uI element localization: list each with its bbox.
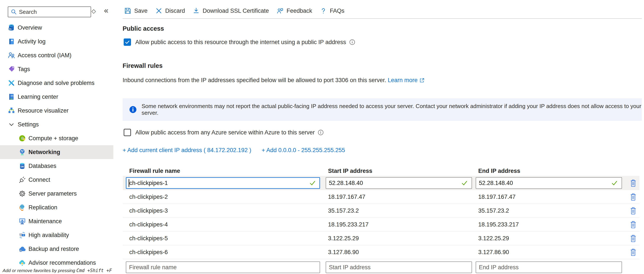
sidebar-item-replication[interactable]: Replication	[0, 200, 113, 214]
sidebar-item-diagnose-and-solve-problems[interactable]: Diagnose and solve problems	[0, 76, 113, 90]
tag-icon	[8, 66, 15, 73]
collapse-sidebar-icon[interactable]: «	[104, 6, 108, 15]
sidebar-item-compute-storage[interactable]: $Compute + storage	[0, 131, 113, 145]
firewall-rules-table: Firewall rule name Start IP address End …	[123, 166, 640, 274]
delete-rule-button[interactable]	[630, 179, 636, 187]
sidebar-item-server-parameters[interactable]: Server parameters	[0, 187, 113, 200]
valid-check-icon	[461, 180, 468, 186]
diamond-icon[interactable]: ◇	[92, 8, 96, 15]
end-ip-input[interactable]	[476, 177, 622, 189]
sidebar-search-box[interactable]	[8, 7, 91, 17]
text-caret	[129, 179, 129, 187]
sidebar-item-learning-center[interactable]: 101Learning center	[0, 90, 113, 104]
sidebar-item-resource-visualizer[interactable]: Resource visualizer	[0, 104, 113, 118]
firewall-description: Inbound connections from the IP addresse…	[122, 77, 424, 84]
start-ip-input[interactable]	[326, 177, 472, 189]
editing-rule-row	[123, 176, 640, 190]
sidebar-item-tags[interactable]: Tags	[0, 62, 113, 76]
new-rule-row	[123, 260, 640, 274]
firewall-rules-heading: Firewall rules	[122, 62, 162, 69]
trash-icon	[630, 193, 636, 201]
sidebar-item-label: Compute + storage	[28, 135, 78, 142]
command-bar: Save Discard Download SSL Certificate Fe…	[124, 2, 344, 20]
delete-rule-button[interactable]	[630, 234, 636, 242]
sidebar-item-label: Diagnose and solve problems	[18, 80, 94, 86]
public-access-checkbox[interactable]	[124, 39, 131, 46]
start-ip-cell: 3.122.25.29	[326, 235, 476, 242]
sidebar-item-label: High availability	[28, 232, 69, 238]
add-all-ips-link[interactable]: + Add 0.0.0.0 - 255.255.255.255	[262, 147, 345, 154]
svg-text:$: $	[21, 137, 23, 140]
resource-sidebar: ◇ « MyOverviewActivity logAccess control…	[0, 0, 118, 274]
info-filled-icon	[129, 106, 137, 113]
header-start-ip: Start IP address	[326, 168, 476, 174]
maintenance-icon	[18, 218, 26, 225]
question-mark-icon	[320, 7, 327, 14]
delete-rule-button[interactable]	[630, 207, 636, 215]
end-ip-cell: 3.127.86.90	[476, 249, 627, 256]
replication-globe-icon	[18, 204, 26, 211]
sidebar-item-high-availability[interactable]: High availability	[0, 228, 113, 242]
add-client-ip-link[interactable]: + Add current client IP address ( 84.172…	[122, 147, 251, 154]
sidebar-item-backup-restore[interactable]: Backup and restore	[0, 242, 113, 256]
valid-check-icon	[309, 180, 316, 186]
start-ip-cell: 35.157.23.2	[326, 207, 476, 214]
rule-name-cell: ch-clickpipes-2	[123, 194, 326, 200]
feedback-icon	[277, 7, 284, 14]
public-access-heading: Public access	[122, 25, 164, 32]
azure-services-checkbox[interactable]	[124, 129, 131, 136]
download-ssl-button[interactable]: Download SSL Certificate	[193, 7, 269, 14]
discard-button[interactable]: Discard	[156, 7, 185, 14]
new-end-ip-input[interactable]	[476, 261, 622, 273]
feedback-button[interactable]: Feedback	[277, 7, 312, 14]
save-button[interactable]: Save	[124, 7, 148, 14]
search-input[interactable]	[18, 9, 91, 16]
delete-rule-button[interactable]	[630, 221, 636, 229]
firewall-rule-row: ch-clickpipes-63.127.86.903.127.86.90	[123, 245, 640, 259]
azure-services-row: Allow public access from any Azure servi…	[124, 129, 324, 136]
azure-services-label: Allow public access from any Azure servi…	[135, 129, 315, 136]
end-ip-cell: 35.157.23.2	[476, 207, 627, 214]
sidebar-item-label: Replication	[28, 204, 58, 211]
sidebar-item-label: Maintenance	[28, 218, 62, 225]
end-ip-cell: 18.197.167.47	[476, 194, 627, 200]
search-icon	[11, 9, 17, 15]
sidebar-item-label: Settings	[18, 121, 39, 128]
faqs-button[interactable]: FAQs	[320, 7, 344, 14]
new-start-ip-input[interactable]	[326, 261, 472, 273]
sidebar-item-access-control-iam[interactable]: Access control (IAM)	[0, 48, 113, 62]
sidebar-item-connect[interactable]: Connect	[0, 173, 113, 187]
info-icon[interactable]	[318, 129, 324, 135]
sidebar-item-databases[interactable]: DBDatabases	[0, 159, 113, 173]
table-header-row: Firewall rule name Start IP address End …	[123, 166, 640, 176]
sidebar-item-label: Resource visualizer	[18, 107, 69, 114]
gear-icon	[18, 190, 26, 197]
sidebar-item-networking[interactable]: Networking	[0, 145, 113, 159]
sidebar-item-settings[interactable]: Settings	[0, 118, 113, 131]
trash-icon	[630, 207, 636, 215]
sidebar-item-label: Server parameters	[28, 190, 77, 197]
learn-more-link[interactable]: Learn more	[388, 77, 418, 84]
delete-rule-button[interactable]	[630, 248, 636, 256]
new-rule-name-input[interactable]	[126, 261, 320, 273]
start-ip-cell: 18.197.167.47	[326, 194, 476, 200]
sidebar-item-advisor-recommendations[interactable]: Advisor recommendations	[0, 256, 113, 270]
databases-icon: DB	[18, 162, 26, 170]
rule-name-input[interactable]	[126, 177, 320, 189]
info-icon[interactable]	[349, 39, 355, 45]
discard-x-icon	[156, 7, 162, 14]
info-banner-text: Some network environments may not report…	[142, 103, 642, 116]
delete-rule-button[interactable]	[630, 193, 636, 201]
sidebar-item-label: Backup and restore	[28, 246, 79, 252]
sidebar-item-overview[interactable]: MyOverview	[0, 21, 113, 35]
trash-icon	[630, 234, 636, 242]
trash-icon	[630, 179, 636, 187]
sidebar-item-label: Activity log	[18, 38, 46, 45]
save-icon	[124, 7, 131, 14]
access-control-icon	[8, 52, 15, 59]
sidebar-item-activity-log[interactable]: Activity log	[0, 35, 113, 48]
sidebar-item-maintenance[interactable]: Maintenance	[0, 214, 113, 228]
info-banner: Some network environments may not report…	[122, 98, 642, 121]
toolbar-divider	[122, 18, 642, 19]
start-ip-cell: 18.195.233.217	[326, 221, 476, 228]
